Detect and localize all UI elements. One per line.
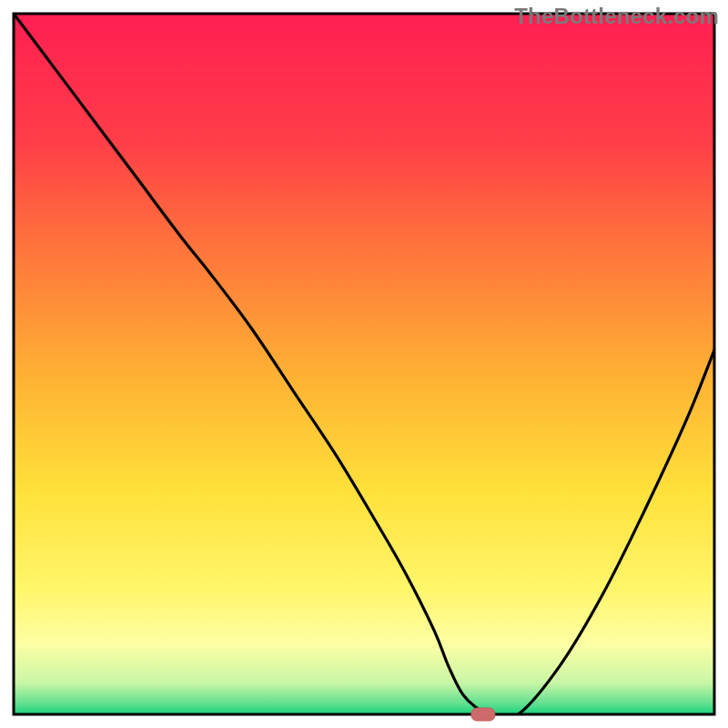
optimal-point-marker [471, 708, 495, 721]
watermark-label: TheBottleneck.com [514, 4, 719, 29]
gradient-background [14, 14, 714, 714]
bottleneck-chart [0, 0, 728, 728]
chart-stage: TheBottleneck.com [0, 0, 728, 728]
